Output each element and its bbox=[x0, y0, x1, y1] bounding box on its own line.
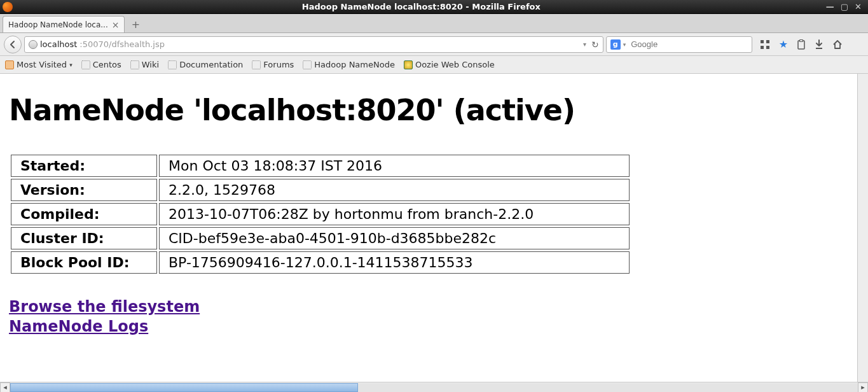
bookmark-most-visited[interactable]: Most Visited ▾ bbox=[5, 60, 72, 69]
url-bar[interactable]: localhost:50070/dfshealth.jsp ▾ ↻ bbox=[24, 36, 603, 53]
toolbar-icons: ★ bbox=[760, 38, 862, 50]
table-row: Block Pool ID:BP-1756909416-127.0.0.1-14… bbox=[11, 251, 630, 274]
bookmark-centos[interactable]: Centos bbox=[81, 60, 121, 69]
bookmark-label: Wiki bbox=[142, 60, 159, 69]
bookmark-label: Oozie Web Console bbox=[415, 60, 495, 69]
info-label: Cluster ID: bbox=[11, 227, 157, 249]
page-title: NameNode 'localhost:8020' (active) bbox=[9, 93, 640, 127]
back-button[interactable] bbox=[4, 36, 22, 53]
scroll-track[interactable] bbox=[10, 383, 858, 392]
arrow-left-icon bbox=[8, 40, 17, 49]
firefox-icon bbox=[3, 2, 13, 12]
page-icon bbox=[168, 60, 177, 69]
bookmark-forums[interactable]: Forums bbox=[252, 60, 294, 69]
bookmark-wiki[interactable]: Wiki bbox=[130, 60, 159, 69]
scroll-thumb[interactable] bbox=[10, 383, 358, 392]
new-tab-button[interactable]: + bbox=[127, 17, 144, 31]
inspect-icon[interactable] bbox=[760, 39, 770, 50]
bookmark-label: Centos bbox=[93, 60, 121, 69]
table-row: Cluster ID:CID-bef59e3e-aba0-4501-910b-d… bbox=[11, 227, 630, 249]
horizontal-scrollbar[interactable]: ◂ ▸ bbox=[0, 382, 868, 392]
window-title: Hadoop NameNode localhost:8020 - Mozilla… bbox=[17, 2, 826, 11]
bookmark-label: Most Visited bbox=[17, 60, 67, 69]
info-label: Started: bbox=[11, 155, 157, 177]
bookmark-hadoop-namenode[interactable]: Hadoop NameNode bbox=[303, 60, 395, 69]
close-tab-icon[interactable]: × bbox=[112, 20, 120, 30]
bookmark-label: Hadoop NameNode bbox=[314, 60, 395, 69]
info-label: Version: bbox=[11, 179, 157, 201]
menu-icon[interactable] bbox=[851, 41, 862, 48]
svg-rect-2 bbox=[761, 46, 764, 49]
url-history-dropdown-icon[interactable]: ▾ bbox=[583, 41, 586, 48]
svg-rect-0 bbox=[761, 40, 764, 43]
maximize-button[interactable]: ▢ bbox=[841, 3, 848, 11]
home-icon[interactable] bbox=[832, 39, 843, 50]
close-window-button[interactable]: ✕ bbox=[855, 3, 862, 11]
bookmark-label: Forums bbox=[263, 60, 294, 69]
minimize-button[interactable]: — bbox=[826, 3, 834, 11]
table-row: Started:Mon Oct 03 18:08:37 IST 2016 bbox=[11, 155, 630, 177]
bookmark-documentation[interactable]: Documentation bbox=[168, 60, 243, 69]
search-engine-dropdown-icon[interactable]: ▾ bbox=[623, 41, 626, 48]
namenode-info-table: Started:Mon Oct 03 18:08:37 IST 2016Vers… bbox=[9, 153, 631, 276]
bookmark-star-icon[interactable]: ★ bbox=[779, 38, 788, 50]
folder-icon bbox=[5, 60, 14, 69]
page-icon bbox=[130, 60, 139, 69]
bookmarks-toolbar: Most Visited ▾ Centos Wiki Documentation… bbox=[0, 56, 868, 74]
page-icon bbox=[303, 60, 312, 69]
search-engine-icon[interactable]: g bbox=[610, 39, 621, 50]
bookmark-oozie[interactable]: Oozie Web Console bbox=[404, 60, 495, 69]
url-path: :50070/dfshealth.jsp bbox=[79, 39, 165, 49]
info-label: Compiled: bbox=[11, 203, 157, 225]
globe-icon bbox=[29, 40, 38, 49]
info-value: Mon Oct 03 18:08:37 IST 2016 bbox=[159, 155, 630, 177]
table-row: Version:2.2.0, 1529768 bbox=[11, 179, 630, 201]
info-value: 2013-10-07T06:28Z by hortonmu from branc… bbox=[159, 203, 630, 225]
navigation-toolbar: localhost:50070/dfshealth.jsp ▾ ↻ g ▾ ★ bbox=[0, 33, 868, 56]
oozie-icon bbox=[404, 60, 413, 69]
scroll-right-button[interactable]: ▸ bbox=[858, 382, 868, 393]
page-icon bbox=[252, 60, 261, 69]
reload-icon[interactable]: ↻ bbox=[591, 39, 599, 50]
svg-rect-6 bbox=[816, 48, 822, 49]
link-namenode-logs[interactable]: NameNode Logs bbox=[9, 317, 148, 337]
svg-rect-3 bbox=[766, 46, 769, 49]
url-host: localhost bbox=[40, 39, 77, 49]
page-viewport[interactable]: NameNode 'localhost:8020' (active) Start… bbox=[0, 74, 868, 382]
info-value: CID-bef59e3e-aba0-4501-910b-d3685bbe282c bbox=[159, 227, 630, 249]
info-label: Block Pool ID: bbox=[11, 251, 157, 274]
link-browse-filesystem[interactable]: Browse the filesystem bbox=[9, 297, 200, 317]
tab-label: Hadoop NameNode loca... bbox=[8, 20, 108, 29]
info-value: 2.2.0, 1529768 bbox=[159, 179, 630, 201]
search-input[interactable] bbox=[630, 39, 747, 50]
tab-strip: Hadoop NameNode loca... × + bbox=[0, 14, 868, 33]
bookmark-label: Documentation bbox=[179, 60, 243, 69]
page-content: NameNode 'localhost:8020' (active) Start… bbox=[0, 74, 649, 362]
svg-rect-1 bbox=[766, 40, 769, 43]
page-icon bbox=[81, 60, 90, 69]
svg-rect-5 bbox=[800, 39, 803, 41]
search-bar[interactable]: g ▾ bbox=[606, 36, 752, 53]
window-titlebar: Hadoop NameNode localhost:8020 - Mozilla… bbox=[0, 0, 868, 14]
clipboard-icon[interactable] bbox=[797, 39, 806, 50]
downloads-icon[interactable] bbox=[815, 39, 823, 50]
info-value: BP-1756909416-127.0.0.1-1411538715533 bbox=[159, 251, 630, 274]
scroll-left-button[interactable]: ◂ bbox=[0, 382, 10, 393]
table-row: Compiled:2013-10-07T06:28Z by hortonmu f… bbox=[11, 203, 630, 225]
browser-tab[interactable]: Hadoop NameNode loca... × bbox=[3, 16, 125, 32]
chevron-down-icon: ▾ bbox=[69, 62, 72, 68]
